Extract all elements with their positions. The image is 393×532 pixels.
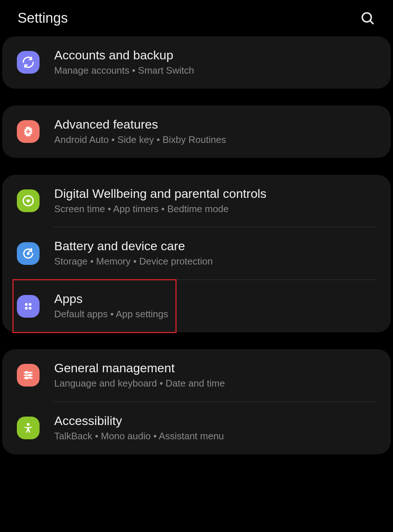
item-title: Accessibility [54,414,376,428]
svg-point-13 [29,374,31,376]
plus-gear-icon [17,120,40,143]
settings-item-accounts-and-backup[interactable]: Accounts and backup Manage accounts • Sm… [2,36,391,89]
settings-item-battery-device-care[interactable]: Battery and device care Storage • Memory… [2,227,391,280]
settings-list: Accounts and backup Manage accounts • Sm… [0,36,393,454]
settings-item-apps[interactable]: Apps Default apps • App settings [2,280,391,332]
sync-icon [17,51,40,74]
item-subtitle: Manage accounts • Smart Switch [54,64,376,77]
search-button[interactable] [360,11,375,26]
svg-point-6 [25,303,28,306]
settings-group: Digital Wellbeing and parental controls … [2,175,391,332]
person-icon [17,417,40,439]
svg-point-9 [29,307,32,310]
page-title: Settings [18,10,68,26]
heart-circle-icon [17,189,40,212]
svg-point-7 [29,303,32,306]
svg-point-11 [26,372,27,373]
item-title: Battery and device care [54,239,376,253]
item-text: Advanced features Android Auto • Side ke… [54,117,376,146]
settings-item-advanced-features[interactable]: Advanced features Android Auto • Side ke… [2,106,391,158]
settings-group: Accounts and backup Manage accounts • Sm… [2,36,391,89]
item-subtitle: Language and keyboard • Date and time [54,377,376,390]
svg-point-5 [27,252,30,255]
item-title: Apps [54,292,376,306]
item-title: Accounts and backup [54,48,376,62]
svg-point-8 [25,307,28,310]
item-subtitle: Screen time • App timers • Bedtime mode [54,203,376,215]
item-text: Digital Wellbeing and parental controls … [54,186,376,215]
svg-rect-3 [26,131,30,132]
item-subtitle: Storage • Memory • Device protection [54,255,376,268]
item-title: Advanced features [54,117,376,132]
sliders-icon [17,364,40,387]
apps-dots-icon [17,295,40,318]
settings-group: Advanced features Android Auto • Side ke… [2,106,391,158]
item-text: General management Language and keyboard… [54,361,376,390]
item-text: Apps Default apps • App settings [54,292,376,321]
item-subtitle: TalkBack • Mono audio • Assistant menu [54,430,376,443]
settings-item-digital-wellbeing[interactable]: Digital Wellbeing and parental controls … [2,175,391,227]
svg-point-15 [26,377,27,379]
item-text: Accessibility TalkBack • Mono audio • As… [54,414,376,443]
settings-item-accessibility[interactable]: Accessibility TalkBack • Mono audio • As… [2,402,391,454]
search-icon [360,11,375,26]
settings-item-general-management[interactable]: General management Language and keyboard… [2,349,391,402]
item-title: Digital Wellbeing and parental controls [54,186,376,201]
item-subtitle: Android Auto • Side key • Bixby Routines [54,134,376,146]
svg-point-0 [362,13,371,22]
svg-point-16 [27,423,30,426]
settings-group: General management Language and keyboard… [2,349,391,454]
svg-line-1 [370,21,374,24]
refresh-icon [17,242,40,265]
item-title: General management [54,361,376,375]
settings-header: Settings [0,0,393,36]
item-text: Accounts and backup Manage accounts • Sm… [54,48,376,77]
item-text: Battery and device care Storage • Memory… [54,239,376,268]
item-subtitle: Default apps • App settings [54,308,376,321]
